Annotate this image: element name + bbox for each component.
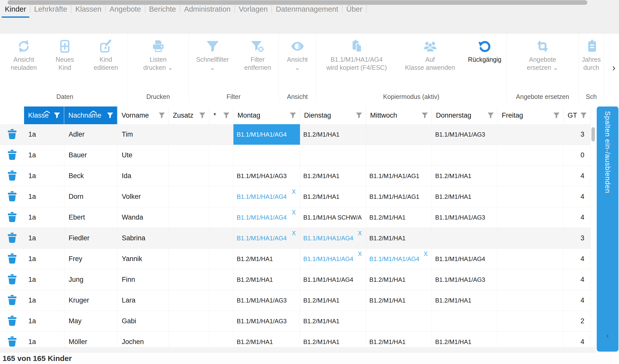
- cell-donnerstag[interactable]: B1.1/M1/HA1/AG3: [432, 124, 498, 145]
- cell-vorname[interactable]: Finn: [117, 269, 169, 290]
- cell-freitag[interactable]: [498, 186, 564, 207]
- cell-nachname[interactable]: Bauer: [64, 145, 117, 165]
- reload-view-button[interactable]: Ansicht neuladen: [3, 38, 44, 72]
- cell-klasse[interactable]: 1a: [24, 207, 64, 228]
- cell-klasse[interactable]: 1a: [24, 166, 64, 186]
- cell-freitag[interactable]: [498, 228, 564, 248]
- vertical-scrollbar[interactable]: [591, 124, 595, 347]
- delete-row-button[interactable]: [0, 290, 24, 311]
- cell-vorname[interactable]: Lara: [117, 290, 169, 311]
- cell-donnerstag[interactable]: B1.1/M1/HA1/AG3: [432, 207, 498, 228]
- cell-klasse[interactable]: 1a: [24, 290, 64, 311]
- cell-zusatz[interactable]: [169, 332, 209, 347]
- cell-donnerstag[interactable]: [432, 145, 498, 165]
- cell-dienstag[interactable]: B1.1/M1/HA1/AG4X: [300, 249, 366, 269]
- cell-zusatz[interactable]: [169, 166, 209, 186]
- undo-button[interactable]: Rückgängig: [463, 38, 507, 72]
- cell-freitag[interactable]: [498, 249, 564, 269]
- delete-row-button[interactable]: [0, 145, 24, 165]
- cell-klasse[interactable]: 1a: [24, 269, 64, 290]
- cell-freitag[interactable]: [498, 166, 564, 186]
- horizontal-scrollbar-thumb[interactable]: [8, 0, 587, 5]
- cell-nachname[interactable]: Möller: [64, 332, 117, 347]
- cell-star[interactable]: [209, 145, 233, 165]
- edit-child-button[interactable]: Kind editieren: [85, 38, 126, 72]
- print-lists-button[interactable]: Listen drucken ⌄: [129, 38, 187, 72]
- cell-vorname[interactable]: Yannik: [117, 249, 169, 269]
- cell-zusatz[interactable]: [169, 249, 209, 269]
- cell-dienstag[interactable]: B1.2/M1/HA1: [300, 186, 366, 207]
- cell-zusatz[interactable]: [169, 228, 209, 248]
- cell-klasse[interactable]: 1a: [24, 332, 64, 347]
- cell-star[interactable]: [209, 311, 233, 331]
- cell-freitag[interactable]: [498, 332, 564, 347]
- filter-funnel-icon[interactable]: [107, 112, 113, 119]
- cell-zusatz[interactable]: [169, 269, 209, 290]
- filter-funnel-icon[interactable]: [158, 112, 165, 119]
- cell-star[interactable]: [209, 124, 233, 145]
- cell-klasse[interactable]: 1a: [24, 186, 64, 207]
- cell-nachname[interactable]: Jung: [64, 269, 117, 290]
- cell-star[interactable]: [209, 249, 233, 269]
- delete-row-button[interactable]: [0, 311, 24, 331]
- cell-mittwoch[interactable]: [366, 311, 432, 331]
- cell-vorname[interactable]: Ute: [117, 145, 169, 165]
- remove-filter-button[interactable]: Filter entfernen: [237, 38, 279, 72]
- cell-nachname[interactable]: Adler: [64, 124, 117, 145]
- cell-montag[interactable]: [233, 145, 300, 165]
- new-child-button[interactable]: Neues Kind: [44, 38, 85, 72]
- ribbon-overflow-button[interactable]: ›: [612, 63, 615, 73]
- cell-dienstag[interactable]: B1.1/M1/HA SCHW/A: [300, 207, 366, 228]
- cell-mittwoch[interactable]: B1.1/M1/HA1/AG1: [366, 166, 432, 186]
- cell-mittwoch[interactable]: [366, 124, 432, 145]
- cell-montag[interactable]: B1.2/M1/HA1: [233, 332, 300, 347]
- cell-dienstag[interactable]: [300, 145, 366, 165]
- cell-zusatz[interactable]: [169, 311, 209, 331]
- cell-freitag[interactable]: [498, 290, 564, 311]
- collapse-chevron-icon[interactable]: ‹: [597, 331, 618, 339]
- column-header-zusatz[interactable]: Zusatz: [169, 106, 209, 124]
- cell-montag[interactable]: B1.1/M1/HA1/AG3: [233, 166, 300, 186]
- delete-row-button[interactable]: [0, 124, 24, 145]
- column-header-donnerstag[interactable]: Donnerstag: [432, 106, 498, 124]
- column-header-montag[interactable]: Montag: [233, 106, 300, 124]
- year-run-button[interactable]: Jahres durch: [579, 38, 604, 72]
- cell-montag[interactable]: B1.1/M1/HA1/AG3: [233, 290, 300, 311]
- cell-donnerstag[interactable]: B1.1/M1/HA1/AG3: [432, 269, 498, 290]
- filter-funnel-icon[interactable]: [199, 112, 206, 119]
- cell-vorname[interactable]: Wanda: [117, 207, 169, 228]
- cell-donnerstag[interactable]: B1.2/M1/HA1: [432, 290, 498, 311]
- cell-star[interactable]: [209, 332, 233, 347]
- cell-montag[interactable]: B1.1/M1/HA1/AG4: [233, 124, 300, 145]
- apply-to-class-button[interactable]: Auf Klasse anwenden: [397, 38, 463, 72]
- view-button[interactable]: Ansicht ⌄: [279, 38, 316, 72]
- cell-star[interactable]: [209, 228, 233, 248]
- remove-assignment-button[interactable]: X: [358, 230, 362, 237]
- cell-nachname[interactable]: Dorn: [64, 186, 117, 207]
- vertical-scrollbar-thumb[interactable]: [591, 127, 595, 141]
- delete-row-button[interactable]: [0, 269, 24, 290]
- cell-vorname[interactable]: Jochen: [117, 332, 169, 347]
- cell-freitag[interactable]: [498, 124, 564, 145]
- delete-row-button[interactable]: [0, 207, 24, 228]
- filter-funnel-icon[interactable]: [290, 112, 296, 119]
- cell-freitag[interactable]: [498, 145, 564, 165]
- cell-mittwoch[interactable]: B1.2/M1/HA1: [366, 228, 432, 248]
- cell-montag[interactable]: B1.1/M1/HA1/AG4X: [233, 186, 300, 207]
- delete-row-button[interactable]: [0, 249, 24, 269]
- cell-montag[interactable]: B1.1/M1/HA1/AG4X: [233, 228, 300, 248]
- horizontal-scrollbar[interactable]: [0, 347, 595, 352]
- remove-assignment-button[interactable]: X: [292, 209, 296, 216]
- copy-status-button[interactable]: B1.1/M1/HA1/AG4 wird kopiert (F4/ESC): [316, 38, 397, 72]
- cell-klasse[interactable]: 1a: [24, 228, 64, 248]
- cell-vorname[interactable]: Tim: [117, 124, 169, 145]
- replace-offers-button[interactable]: Angebote ersetzen ⌄: [507, 38, 579, 72]
- cell-mittwoch[interactable]: B1.2/M1/HA1: [366, 290, 432, 311]
- column-header-star[interactable]: *: [209, 106, 233, 124]
- column-header-dienstag[interactable]: Dienstag: [300, 106, 366, 124]
- column-toggle-panel[interactable]: Spalten ein-/ausblenden ‹: [597, 106, 618, 352]
- cell-dienstag[interactable]: B1.1/M1/HA1/AG4X: [300, 228, 366, 248]
- column-header-vorname[interactable]: Vorname: [117, 106, 169, 124]
- filter-funnel-icon[interactable]: [553, 112, 560, 119]
- cell-donnerstag[interactable]: B1.2/M1/HA1: [432, 186, 498, 207]
